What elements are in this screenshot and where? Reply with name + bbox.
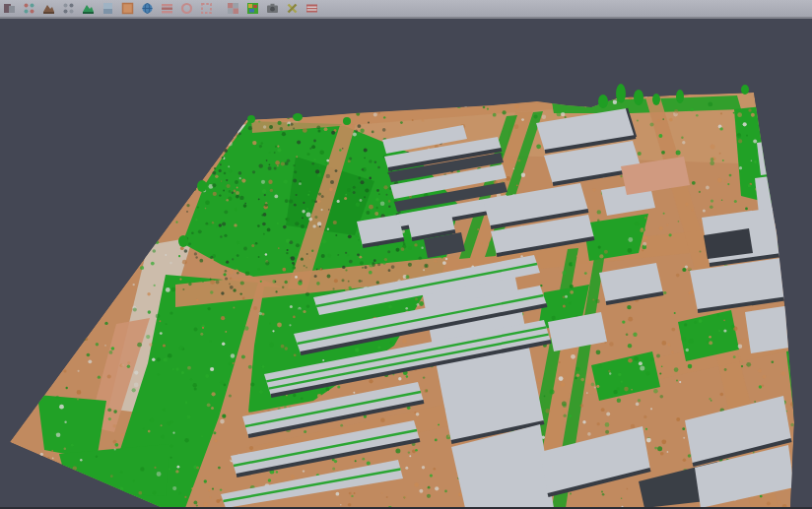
- camera-icon[interactable]: [265, 1, 280, 16]
- layers-icon[interactable]: [160, 1, 174, 16]
- texture-icon[interactable]: [101, 1, 115, 16]
- globe-icon[interactable]: [140, 1, 155, 16]
- grid-icon[interactable]: [226, 1, 240, 16]
- new-project-icon[interactable]: [2, 1, 17, 16]
- toolbar: [0, 0, 812, 19]
- clip-icon[interactable]: [285, 1, 300, 16]
- dem-icon[interactable]: [41, 1, 56, 16]
- circle-select-icon[interactable]: [179, 1, 194, 16]
- application-window: [0, 0, 812, 509]
- align-photos-icon[interactable]: [22, 1, 36, 16]
- classification-icon[interactable]: [245, 1, 260, 16]
- 3d-viewport[interactable]: [0, 19, 812, 507]
- sparse-cloud-icon[interactable]: [61, 1, 76, 16]
- mesh-icon[interactable]: [81, 1, 96, 16]
- orthomosaic-icon[interactable]: [120, 1, 135, 16]
- scene-canvas: [0, 19, 812, 507]
- region-select-icon[interactable]: [199, 1, 214, 16]
- delete-layer-icon[interactable]: [304, 1, 319, 16]
